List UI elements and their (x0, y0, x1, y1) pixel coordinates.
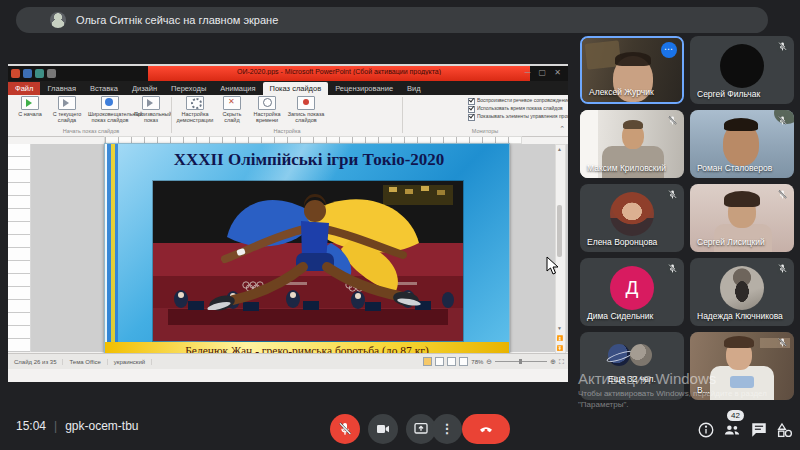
tab-home[interactable]: Главная (40, 82, 83, 95)
group-separator (402, 97, 403, 133)
participant-name: Максим Криловский (587, 163, 666, 173)
fit-to-window-icon[interactable]: ⛶ (559, 358, 564, 366)
normal-view-icon[interactable] (423, 357, 432, 366)
tab-file[interactable]: Файл (8, 82, 40, 95)
presenting-banner-text: Ольга Ситнік сейчас на главном экране (76, 14, 278, 26)
rehearse-timings-button[interactable]: Настройка времени (249, 96, 285, 124)
participant-tile[interactable]: Елена Воронцова (580, 184, 684, 252)
redo-icon[interactable] (47, 69, 56, 78)
more-participants-tile[interactable]: Ещё 32 чел. (580, 332, 684, 400)
scroll-down-icon[interactable]: ▼ (556, 325, 563, 331)
avatar (608, 344, 630, 366)
window-controls[interactable]: ─ ▢ ✕ (525, 68, 564, 77)
slide-photo-wrestler (153, 181, 463, 341)
more-options-button[interactable]: ⋮ (432, 414, 462, 444)
play-from-start-icon (21, 96, 39, 110)
presenter-avatar (50, 12, 66, 28)
tab-slideshow-selected[interactable]: Показ слайдов (263, 82, 329, 95)
slide-title: XXXII Олімпійські ігри Токіо-2020 (119, 150, 499, 170)
collapse-ribbon-icon[interactable]: ⌃ (559, 125, 565, 133)
from-beginning-button[interactable]: С начала (14, 96, 46, 117)
participant-tile[interactable]: Сергей Лисицкий (690, 184, 794, 252)
setup-slideshow-button[interactable]: Настройка демонстрации (175, 96, 215, 124)
slide-scrollbar[interactable]: ▲ ▼ ⏫ ⏬ (555, 144, 566, 354)
mic-off-icon (777, 263, 788, 274)
meeting-details-button[interactable] (697, 421, 715, 439)
next-slide-icon[interactable]: ⏬ (556, 345, 563, 351)
letter-avatar: Д (610, 266, 654, 310)
tab-view[interactable]: Вид (400, 82, 428, 95)
camera-toggle-button[interactable] (368, 414, 398, 444)
participants-panel-button[interactable] (723, 421, 741, 439)
reading-view-icon[interactable] (447, 357, 456, 366)
slide-left-decoration (105, 144, 118, 360)
tab-transitions[interactable]: Переходы (164, 82, 213, 95)
previous-slide-icon[interactable]: ⏫ (556, 335, 563, 341)
mic-off-icon (777, 337, 788, 348)
slides-pane[interactable] (8, 144, 31, 352)
tab-animation[interactable]: Анимация (213, 82, 262, 95)
participant-tile[interactable]: Надежда Ключникова (690, 258, 794, 326)
broadcast-slideshow-button[interactable]: Широковещательный показ слайдов (88, 96, 132, 124)
status-theme: Тема Office (63, 359, 107, 365)
activities-button[interactable] (776, 421, 794, 439)
mic-off-icon (667, 263, 678, 274)
participant-name: Дима Сидельник (587, 311, 653, 321)
mic-off-icon (667, 189, 678, 200)
undo-icon[interactable] (35, 69, 44, 78)
tile-options-button[interactable]: ⋯ (661, 42, 677, 58)
participant-name: Надежда Ключникова (697, 311, 783, 321)
participant-name: Алексей Журчик (589, 87, 654, 97)
slideshow-view-icon[interactable] (459, 357, 468, 366)
group-monitors: Разрешение: Использовать текущ... ▾ Пока… (404, 95, 566, 135)
group-separator (171, 97, 172, 133)
zoom-percent: 78% (471, 359, 483, 365)
from-current-slide-button[interactable]: С текущего слайда (48, 96, 86, 124)
group-start-slideshow: С начала С текущего слайда Широковещател… (12, 95, 170, 135)
chat-panel-button[interactable] (750, 421, 768, 439)
tab-insert[interactable]: Вставка (83, 82, 125, 95)
scrollbar-thumb[interactable] (557, 205, 562, 257)
record-slideshow-button[interactable]: Запись показа слайдов (287, 96, 325, 124)
participant-tile[interactable]: Роман Сталоверов (690, 110, 794, 178)
scroll-up-icon[interactable]: ▲ (556, 146, 563, 152)
participant-name: В... (697, 385, 710, 395)
tab-design[interactable]: Дизайн (125, 82, 164, 95)
google-meet-window: Ольга Ситнік сейчас на главном экране ОИ… (0, 0, 800, 450)
group-setup: Настройка демонстрации Скрыть слайд Наст… (173, 95, 401, 135)
mic-off-icon (777, 41, 788, 52)
quick-access-toolbar[interactable] (11, 69, 56, 78)
participant-name: Сергей Фильчак (697, 89, 760, 99)
avatar (630, 344, 652, 366)
leave-call-button[interactable] (462, 414, 510, 444)
participant-name: Елена Воронцова (587, 237, 657, 247)
hang-up-icon (477, 420, 495, 438)
custom-show-icon (142, 96, 160, 110)
zoom-slider[interactable] (495, 361, 547, 362)
participant-tile[interactable]: ⋯ Алексей Журчик (580, 36, 684, 104)
meet-bottom-bar: 15:04 | gpk-ocem-tbu ⋮ 42 (0, 402, 800, 450)
zoom-out-icon[interactable]: ⊖ (486, 358, 492, 366)
tab-review[interactable]: Рецензирование (328, 82, 400, 95)
mic-off-icon (667, 115, 678, 126)
record-icon (297, 96, 315, 110)
save-icon[interactable] (23, 69, 32, 78)
participant-tile[interactable]: В... (690, 332, 794, 400)
wrestler-photo-illustration (153, 181, 463, 341)
participant-tile[interactable]: Максим Криловский (580, 110, 684, 178)
hide-slide-button[interactable]: Скрыть слайд (217, 96, 247, 124)
ppt-status-bar: Слайд 26 из 35 Тема Office украинский 78… (8, 353, 568, 369)
ppt-window-title: ОИ-2020.pps - Microsoft PowerPoint (Сбой… (153, 68, 525, 75)
slide-sorter-view-icon[interactable] (435, 357, 444, 366)
participant-tile[interactable]: Сергей Фильчак (690, 36, 794, 104)
status-language[interactable]: украинский (108, 359, 152, 365)
custom-show-button[interactable]: Произвольный показ (134, 96, 168, 124)
mic-off-icon (337, 421, 353, 437)
meeting-code: gpk-ocem-tbu (65, 419, 138, 433)
mic-toggle-button[interactable] (330, 414, 360, 444)
participant-tile[interactable]: Д Дима Сидельник (580, 258, 684, 326)
participant-name: Роман Сталоверов (697, 163, 772, 173)
more-options-icon: ⋮ (441, 425, 454, 433)
zoom-in-icon[interactable]: ⊕ (550, 358, 556, 366)
ribbon: С начала С текущего слайда Широковещател… (8, 95, 568, 137)
